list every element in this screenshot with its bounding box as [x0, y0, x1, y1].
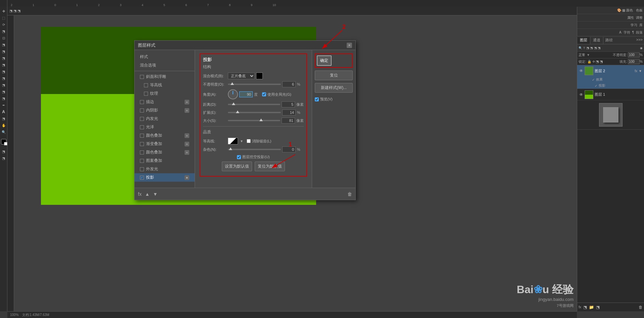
gradient-overlay1-plus[interactable]: + [185, 142, 189, 146]
global-light-label[interactable]: 使用全局光(G) [262, 92, 291, 97]
hand-tool[interactable]: ✋ [1, 122, 7, 128]
text-tool[interactable]: A [1, 109, 7, 115]
size-slider[interactable] [228, 119, 280, 122]
tab-channels[interactable]: 通道 [590, 37, 603, 44]
style-item-satin[interactable]: 光泽 [135, 123, 195, 131]
size-value-input[interactable] [282, 118, 295, 124]
style-item-blend[interactable]: 混合选项 [135, 61, 195, 70]
preview-checkbox[interactable] [315, 97, 319, 101]
contour-dropdown[interactable]: ▼ [240, 139, 243, 143]
panel-menu[interactable]: >>> [635, 37, 644, 44]
screen-mode[interactable]: ⬔ [1, 155, 7, 161]
drop-shadow-plus[interactable]: + [185, 175, 189, 180]
eraser-tool[interactable]: ⬔ [1, 75, 7, 81]
spread-slider[interactable] [228, 111, 281, 114]
add-style-btn[interactable]: fx [579, 305, 581, 309]
down-bottom-icon[interactable]: ▼ [153, 191, 158, 197]
set-default-btn[interactable]: 设置为默认值 [222, 162, 252, 171]
noise-slider[interactable] [228, 148, 281, 151]
lasso-tool[interactable]: ⟳ [1, 21, 7, 28]
style-item-color-overlay2[interactable]: 颜色叠加 + [135, 148, 195, 156]
stamp-tool[interactable]: ⬔ [1, 62, 7, 68]
opacity-input[interactable] [628, 52, 640, 57]
inner-shadow-check[interactable] [140, 108, 144, 112]
opacity-slider[interactable] [228, 83, 281, 86]
fill-input[interactable] [628, 59, 640, 64]
shadow-color-swatch[interactable] [256, 73, 263, 79]
opacity-value-input[interactable] [282, 81, 296, 87]
global-light-checkbox[interactable] [262, 92, 266, 96]
reset-default-btn[interactable]: 复位为默认值 [255, 162, 285, 171]
gradient-tool[interactable]: ⬔ [1, 82, 7, 88]
dodge-tool[interactable]: ⬔ [1, 95, 7, 101]
inner-glow-check[interactable] [140, 117, 144, 121]
contour-check[interactable] [144, 83, 148, 87]
color-overlay1-check[interactable] [140, 134, 144, 138]
distance-slider[interactable] [228, 103, 280, 106]
style-item-drop-shadow[interactable]: ✓ 投影 + [135, 173, 195, 182]
outer-glow-check[interactable] [140, 167, 144, 171]
add-mask-btn[interactable]: ⬔ [583, 305, 587, 310]
layer-item-2[interactable]: 👁 图层 2 fx ▼ ✓ 效果 ✓ 投影 [577, 65, 644, 89]
inner-shadow-plus[interactable]: + [185, 108, 189, 113]
style-item-stroke[interactable]: 描边 + [135, 98, 195, 106]
toggle-icon[interactable]: ◉ [640, 46, 643, 50]
up-bottom-icon[interactable]: ▲ [145, 191, 150, 197]
bevel-check[interactable] [140, 75, 144, 79]
distance-value-input[interactable] [282, 101, 295, 107]
blur-tool[interactable]: ⬔ [1, 89, 7, 95]
angle-dial[interactable] [228, 89, 238, 99]
dialog-close-button[interactable]: × [347, 43, 352, 48]
heal-tool[interactable]: ⬔ [1, 48, 7, 54]
delete-layer-btn[interactable]: 🗑 [639, 305, 643, 310]
trash-bottom-icon[interactable]: 🗑 [347, 191, 352, 197]
noise-value-input[interactable] [282, 146, 296, 152]
style-item-pattern-overlay[interactable]: 图案叠加 [135, 156, 195, 165]
stroke-check[interactable] [140, 100, 144, 104]
gradient-overlay1-check[interactable] [140, 142, 144, 146]
pattern-overlay-check[interactable] [140, 159, 144, 163]
style-item-inner-glow[interactable]: 内发光 [135, 115, 195, 123]
brush-tool[interactable]: ⬔ [1, 55, 7, 61]
angle-value-input[interactable] [239, 91, 253, 97]
stroke-plus[interactable]: + [185, 100, 189, 104]
new-style-button[interactable]: 新建样式(W)... [315, 83, 353, 93]
style-item-texture[interactable]: 纹理 [135, 89, 195, 98]
ok-button[interactable]: 确定 [317, 55, 332, 66]
zoom-tool[interactable]: 🔍 [1, 129, 7, 135]
move-tool[interactable]: ✥ [1, 8, 7, 14]
history-tool[interactable]: ⬔ [1, 69, 7, 75]
new-group-btn[interactable]: 📁 [589, 305, 594, 310]
style-item-inner-shadow[interactable]: 内阴影 + [135, 106, 195, 115]
knockout-label[interactable]: 图层挖空投影(U) [237, 154, 269, 160]
crop-tool[interactable]: ⊡ [1, 35, 7, 41]
fg-color[interactable] [1, 139, 6, 144]
color-icon[interactable]: 🎨 [617, 8, 621, 12]
eye-icon-2[interactable]: 👁 [579, 69, 583, 73]
style-item-color-overlay1[interactable]: 颜色叠加 + [135, 131, 195, 140]
eye-icon-1[interactable]: 👁 [579, 92, 583, 97]
satin-check[interactable] [140, 125, 144, 129]
new-layer-btn[interactable]: ⬔ [596, 305, 600, 310]
anti-alias-checkbox[interactable] [247, 139, 251, 143]
wand-tool[interactable]: ⬔ [1, 28, 7, 34]
pen-tool[interactable]: ✒ [1, 102, 7, 108]
eyedropper-tool[interactable]: ⬔ [1, 42, 7, 48]
style-item-outer-glow[interactable]: 外发光 [135, 165, 195, 173]
layer-item-1[interactable]: 👁 图层 1 [577, 89, 644, 100]
color-overlay1-plus[interactable]: + [185, 133, 189, 138]
color-overlay2-plus[interactable]: + [185, 150, 189, 155]
fx-bottom-icon[interactable]: fx [138, 191, 142, 197]
tab-layers[interactable]: 图层 [577, 37, 590, 44]
reset-button[interactable]: 复位 [315, 71, 353, 80]
shape-tool[interactable]: ⬔ [1, 116, 7, 122]
drop-shadow-check[interactable]: ✓ [140, 176, 144, 180]
quick-mask[interactable]: ⬔ [1, 148, 7, 154]
blend-mode-select[interactable]: 正片叠底 [228, 73, 255, 79]
style-item-bevel[interactable]: 斜面和浮雕 [135, 73, 195, 81]
select-tool[interactable]: ⬚ [1, 15, 7, 21]
anti-alias-label[interactable]: 消除锯齿(L) [247, 139, 271, 144]
swatches-icon[interactable]: ▦ [622, 8, 625, 12]
texture-check[interactable] [144, 92, 148, 96]
style-item-contour[interactable]: 等高线 [135, 81, 195, 89]
